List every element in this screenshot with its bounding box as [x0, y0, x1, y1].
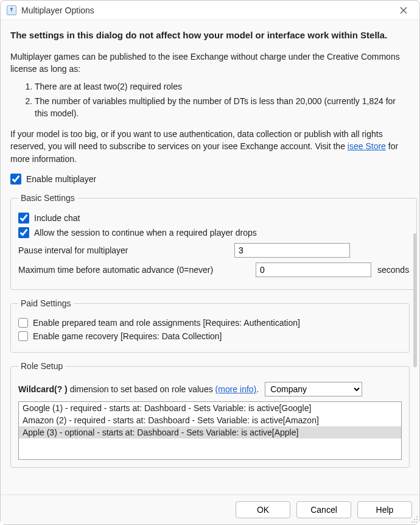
intro-paragraph-2: If your model is too big, or if you want… — [10, 128, 410, 165]
wildcard-dimension-select[interactable]: Company — [265, 382, 362, 396]
headline-text: The settings in this dialog do not affec… — [10, 29, 410, 42]
close-icon — [400, 7, 407, 14]
svg-point-3 — [411, 521, 413, 523]
max-time-label: Maximum time before automatic advance (0… — [18, 265, 250, 275]
include-chat-label: Include chat — [34, 213, 80, 223]
wildcard-rest: dimension to set based on role values — [68, 384, 215, 394]
svg-point-1 — [414, 519, 415, 520]
intro-p2-a: If your model is too big, or if you want… — [10, 129, 383, 151]
basic-settings-group: Basic Settings Include chat Allow the se… — [10, 193, 417, 290]
include-chat-checkbox[interactable] — [18, 213, 29, 224]
wildcard-dot: . — [256, 384, 259, 394]
dialog-window: Multiplayer Options The settings in this… — [0, 0, 420, 525]
enable-multiplayer-row: Enable multiplayer — [10, 174, 410, 185]
svg-point-0 — [416, 516, 418, 518]
role-item-2[interactable]: Apple (3) - optional - starts at: Dashbo… — [19, 426, 401, 439]
window-title: Multiplayer Options — [21, 5, 394, 15]
team-assignments-checkbox[interactable] — [18, 318, 28, 328]
dialog-footer: OK Cancel Help — [1, 495, 419, 524]
ok-button[interactable]: OK — [236, 501, 290, 518]
svg-point-2 — [416, 519, 418, 520]
seconds-label: seconds — [377, 265, 409, 275]
content-outer: The settings in this dialog do not affec… — [1, 20, 419, 524]
pause-interval-label: Pause interval for multiplayer — [18, 245, 228, 255]
game-recovery-row: Enable game recovery [Requires: Data Col… — [18, 331, 402, 341]
enable-multiplayer-label: Enable multiplayer — [26, 174, 96, 184]
requirement-2: The number of variables multiplied by th… — [35, 96, 410, 119]
app-icon — [7, 5, 16, 15]
more-info-link[interactable]: (more info) — [215, 384, 257, 394]
isee-store-link[interactable]: isee Store — [348, 141, 386, 151]
max-time-input[interactable] — [256, 262, 371, 277]
resize-grip-icon[interactable] — [410, 515, 418, 523]
game-recovery-checkbox[interactable] — [18, 331, 28, 341]
game-recovery-label: Enable game recovery [Requires: Data Col… — [33, 331, 222, 341]
allow-continue-row: Allow the session to continue when a req… — [18, 227, 409, 238]
wildcard-row: Wildcard(? ) dimension to set based on r… — [18, 382, 402, 396]
team-assignments-label: Enable prepared team and role assignment… — [33, 318, 300, 328]
svg-point-5 — [416, 521, 418, 523]
cancel-button[interactable]: Cancel — [296, 501, 351, 518]
enable-multiplayer-checkbox[interactable] — [10, 174, 21, 185]
max-time-row: Maximum time before automatic advance (0… — [18, 262, 409, 277]
requirements-list: There are at least two(2) required roles… — [10, 81, 410, 119]
paid-settings-legend: Paid Settings — [18, 298, 74, 308]
team-assignments-row: Enable prepared team and role assignment… — [18, 318, 402, 328]
pause-interval-row: Pause interval for multiplayer — [18, 243, 409, 258]
wildcard-text: Wildcard(? ) dimension to set based on r… — [18, 384, 259, 394]
help-button[interactable]: Help — [357, 501, 412, 518]
requirement-1: There are at least two(2) required roles — [35, 81, 410, 93]
basic-settings-legend: Basic Settings — [18, 193, 77, 203]
allow-continue-checkbox[interactable] — [18, 227, 29, 238]
role-item-1[interactable]: Amazon (2) - required - starts at: Dashb… — [19, 414, 401, 426]
svg-point-4 — [414, 521, 415, 523]
content-area: The settings in this dialog do not affec… — [1, 20, 419, 495]
role-listbox[interactable]: Google (1) - required - starts at: Dashb… — [18, 401, 402, 460]
pause-interval-input[interactable] — [234, 243, 350, 258]
paid-settings-group: Paid Settings Enable prepared team and r… — [10, 298, 410, 353]
intro-paragraph-1: Multiplayer games can be published to th… — [10, 51, 410, 76]
role-setup-group: Role Setup Wildcard(? ) dimension to set… — [10, 361, 410, 468]
scrollbar-thumb[interactable] — [413, 233, 417, 367]
wildcard-prefix: Wildcard(? ) — [18, 384, 68, 394]
allow-continue-label: Allow the session to continue when a req… — [34, 228, 257, 238]
role-setup-legend: Role Setup — [18, 361, 65, 371]
titlebar: Multiplayer Options — [1, 1, 419, 20]
include-chat-row: Include chat — [18, 213, 409, 224]
role-item-0[interactable]: Google (1) - required - starts at: Dashb… — [19, 402, 401, 414]
close-button[interactable] — [394, 3, 413, 18]
